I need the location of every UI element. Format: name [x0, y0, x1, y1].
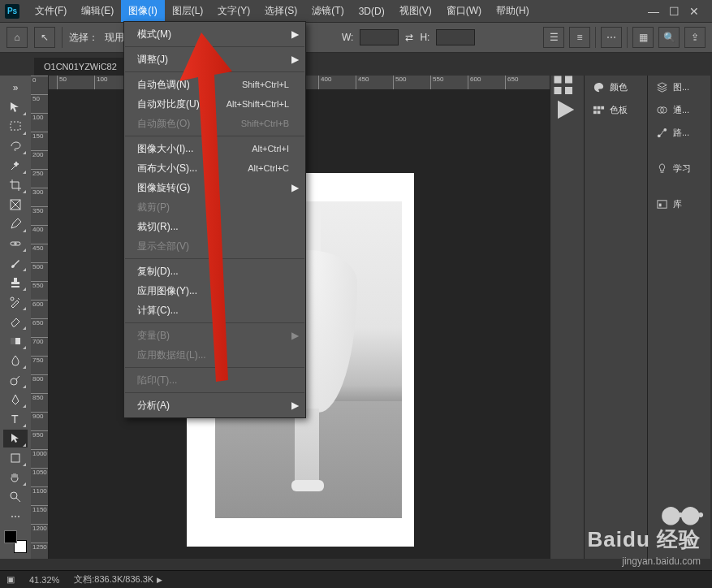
eraser-tool[interactable]: [3, 313, 28, 331]
menu-item[interactable]: 调整(J)▶: [124, 50, 305, 69]
svg-rect-13: [565, 87, 572, 94]
layers-panel[interactable]: 图...: [648, 76, 710, 98]
menu-layer[interactable]: 图层(L): [165, 0, 211, 22]
tool-palette: » T ⋯: [0, 76, 31, 559]
channels-panel[interactable]: 通...: [648, 98, 710, 121]
svg-point-6: [11, 378, 17, 385]
image-menu-dropdown: 模式(M)▶调整(J)▶自动色调(N)Shift+Ctrl+L自动对比度(U)A…: [123, 21, 306, 418]
actions-panel-icon[interactable]: [550, 98, 580, 121]
menu-3d[interactable]: 3D(D): [352, 2, 392, 21]
crop-tool[interactable]: [3, 176, 28, 194]
frame-tool[interactable]: [3, 196, 28, 214]
link-icon[interactable]: ⇄: [405, 32, 413, 43]
menu-bar: Ps 文件(F) 编辑(E) 图像(I) 图层(L) 文字(Y) 选择(S) 滤…: [0, 0, 712, 22]
doc-size[interactable]: 文档:836.3K/836.3K▶: [74, 573, 162, 586]
menu-item: 应用数据组(L)...: [124, 345, 305, 365]
color-swatch[interactable]: [4, 530, 27, 553]
svg-rect-5: [11, 338, 15, 344]
shape-tool[interactable]: [3, 449, 28, 467]
menu-item: 裁剪(P): [124, 197, 305, 217]
gradient-tool[interactable]: [3, 332, 28, 350]
svg-rect-16: [601, 106, 604, 109]
edit-toolbar-icon[interactable]: ⋯: [3, 508, 28, 525]
menu-item[interactable]: 复制(D)...: [124, 262, 305, 281]
menu-item[interactable]: 图像旋转(G)▶: [124, 178, 305, 197]
menu-filter[interactable]: 滤镜(T): [304, 0, 351, 22]
window-controls: — ☐ ✕: [648, 5, 712, 18]
svg-rect-17: [593, 110, 597, 114]
menu-window[interactable]: 窗口(W): [439, 0, 489, 22]
brush-tool[interactable]: [3, 254, 28, 272]
svg-rect-10: [554, 76, 562, 84]
dodge-tool[interactable]: [3, 371, 28, 389]
menu-item[interactable]: 应用图像(Y)...: [124, 281, 305, 300]
blur-tool[interactable]: [3, 352, 28, 370]
path-select-tool[interactable]: [3, 430, 28, 447]
share-icon[interactable]: ⇪: [684, 27, 706, 48]
watermark: ⬤•⬤• Baidu 经验 jingyan.baidu.com: [588, 504, 701, 567]
svg-point-9: [11, 492, 17, 499]
marquee-tool[interactable]: [3, 118, 28, 136]
menu-item[interactable]: 计算(C)...: [124, 300, 305, 320]
pen-tool[interactable]: [3, 391, 28, 409]
minimize-icon[interactable]: —: [648, 5, 659, 18]
close-icon[interactable]: ✕: [689, 5, 699, 18]
menu-type[interactable]: 文字(Y): [210, 0, 257, 22]
height-input[interactable]: [436, 29, 475, 45]
cursor-icon[interactable]: ↖: [34, 27, 55, 48]
ruler-vertical: 0501001502002503003504004505005506006507…: [31, 76, 49, 559]
menu-item[interactable]: 图像大小(I)...Alt+Ctrl+I: [124, 139, 305, 158]
menu-view[interactable]: 视图(V): [392, 0, 439, 22]
search-icon[interactable]: 🔍: [658, 27, 680, 48]
menu-item[interactable]: 画布大小(S)...Alt+Ctrl+C: [124, 158, 305, 178]
wand-tool[interactable]: [3, 157, 28, 175]
svg-rect-12: [554, 87, 562, 94]
menu-item[interactable]: 自动对比度(U)Alt+Shift+Ctrl+L: [124, 94, 305, 114]
type-tool[interactable]: T: [3, 410, 28, 428]
stamp-tool[interactable]: [3, 274, 28, 292]
svg-rect-24: [659, 203, 662, 206]
w-label: W:: [342, 32, 353, 43]
maximize-icon[interactable]: ☐: [669, 5, 680, 18]
menu-item[interactable]: 分析(A)▶: [124, 396, 305, 415]
options-bar: ⌂ ↖ 选择： 现用图 W: ⇄ H: ☰ ≡ ⋯ ▦ 🔍 ⇪: [0, 22, 712, 53]
status-bar: ▣ 41.32% 文档:836.3K/836.3K▶: [0, 570, 712, 588]
menu-help[interactable]: 帮助(H): [489, 0, 537, 22]
svg-point-3: [11, 297, 14, 300]
svg-rect-15: [598, 106, 601, 109]
menu-file[interactable]: 文件(F): [28, 0, 74, 22]
menu-image[interactable]: 图像(I): [121, 0, 164, 22]
panel-col-2: 颜色 色板: [584, 76, 647, 559]
heal-tool[interactable]: [3, 235, 28, 253]
menu-item[interactable]: 模式(M)▶: [124, 24, 305, 44]
move-tool[interactable]: [3, 98, 28, 116]
watermark-brand: Baidu 经验: [588, 525, 701, 554]
menu-select[interactable]: 选择(S): [257, 0, 304, 22]
swatches-panel[interactable]: 色板: [585, 98, 647, 121]
menu-item[interactable]: 裁切(R)...: [124, 217, 305, 236]
lasso-tool[interactable]: [3, 137, 28, 155]
arrange-icon[interactable]: ≡: [569, 27, 590, 48]
hand-tool[interactable]: [3, 469, 28, 486]
collapse-icon[interactable]: »: [3, 79, 28, 97]
more-icon[interactable]: ⋯: [601, 27, 622, 48]
color-panel[interactable]: 颜色: [585, 76, 647, 98]
document-tab[interactable]: O1CN01YZWiC82: [34, 58, 127, 76]
align-icon[interactable]: ☰: [543, 27, 564, 48]
home-icon[interactable]: ⌂: [6, 27, 28, 48]
history-brush-tool[interactable]: [3, 293, 28, 311]
learn-panel[interactable]: 学习: [648, 157, 710, 179]
menu-item[interactable]: 自动色调(N)Shift+Ctrl+L: [124, 75, 305, 94]
document-tabs: O1CN01YZWiC82 灰色/8) * ×: [0, 53, 712, 76]
zoom-tool[interactable]: [3, 488, 28, 506]
status-icon[interactable]: ▣: [6, 574, 15, 585]
panel-dock: 颜色 色板 图... 通... 路... 学习 库: [550, 76, 712, 559]
width-input[interactable]: [360, 29, 399, 45]
workspace-icon[interactable]: ▦: [632, 27, 654, 48]
paths-panel[interactable]: 路...: [648, 121, 710, 144]
eyedropper-tool[interactable]: [3, 215, 28, 233]
libraries-panel[interactable]: 库: [648, 192, 710, 215]
menu-edit[interactable]: 编辑(E): [74, 0, 121, 22]
zoom-level[interactable]: 41.32%: [29, 575, 59, 585]
paw-icon: ⬤•⬤•: [661, 504, 701, 525]
